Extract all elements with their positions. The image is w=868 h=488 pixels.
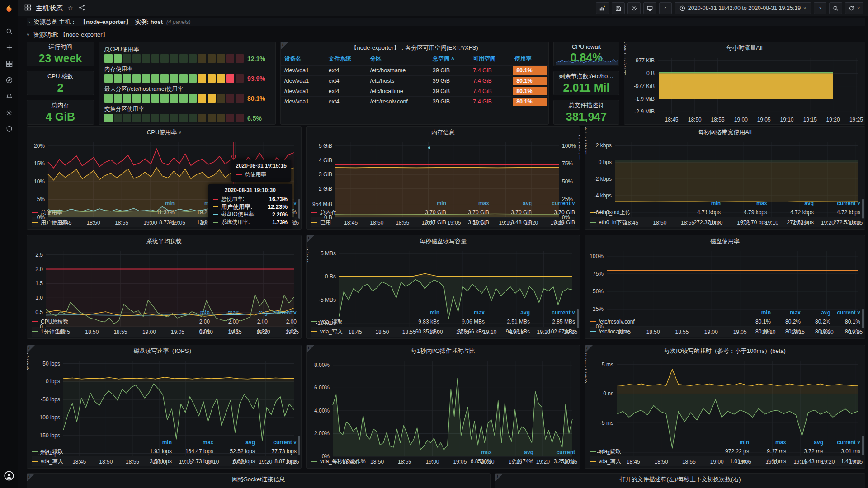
tooltip-row: 磁盘IO使用率:2.20%: [213, 211, 288, 218]
info-corner-icon[interactable]: i: [27, 345, 35, 353]
dashboard-settings-button[interactable]: [627, 2, 641, 14]
server-admin-shield-icon[interactable]: [6, 126, 13, 134]
info-corner-icon[interactable]: i: [307, 345, 314, 353]
add-panel-button[interactable]: [596, 2, 609, 14]
chart-plot[interactable]: 18:4518:5018:5519:0019:0519:1019:1519:20…: [624, 53, 865, 124]
dashboard-title[interactable]: 主机状态: [36, 4, 63, 13]
row-overview-collapsed[interactable]: › 资源总览 主机： 【node-exporter】 实例: host (4 p…: [27, 18, 865, 26]
svg-text:2.0: 2.0: [35, 266, 43, 272]
svg-text:0.5: 0.5: [35, 309, 43, 315]
chart-plot[interactable]: 18:4518:5018:5519:0019:0519:1019:1519:20…: [27, 247, 301, 309]
legend-scrollbar[interactable]: [862, 199, 864, 219]
panel-file-descriptors[interactable]: 总文件描述符 381,947: [553, 100, 619, 125]
svg-text:19:25: 19:25: [564, 329, 577, 335]
zoom-out-button[interactable]: [829, 2, 842, 14]
chart-plot[interactable]: 18:4518:5018:5519:0019:0519:1019:1519:20…: [307, 138, 580, 199]
legend-scrollbar[interactable]: [577, 309, 579, 328]
info-corner-icon[interactable]: i: [27, 474, 35, 481]
table-cell: 39 GiB: [429, 86, 470, 97]
panel-cpu-cores[interactable]: CPU 核数 2: [27, 71, 94, 96]
chart-plot[interactable]: 2020-08-31 19:15:15 总使用率 2020-08-31 19:1…: [27, 138, 301, 199]
svg-text:19:05: 19:05: [447, 220, 461, 226]
share-icon[interactable]: [79, 5, 85, 12]
chart-plot[interactable]: 18:4518:5018:5519:0019:0519:1019:1519:20…: [585, 247, 865, 309]
panel-title[interactable]: 每小时流量All: [624, 42, 865, 53]
legend-scrollbar[interactable]: [862, 436, 864, 455]
panel-title[interactable]: 系统平均负载: [27, 235, 301, 247]
search-icon[interactable]: [6, 28, 13, 37]
dashboards-icon[interactable]: [6, 61, 13, 69]
panel-title[interactable]: 内存信息: [307, 127, 580, 138]
table-header-5[interactable]: 使用率: [511, 53, 548, 65]
panel-free-nodes[interactable]: 剩余节点数:/etc/ho… 2.011 Mil: [553, 71, 619, 96]
table-header-3[interactable]: 总空间 ˄: [429, 53, 470, 65]
sidebar: [0, 0, 18, 488]
table-header-0[interactable]: 设备名: [281, 53, 325, 65]
panel-title[interactable]: 每秒磁盘读写容量: [307, 235, 580, 247]
svg-text:2 GiB: 2 GiB: [319, 186, 332, 192]
time-back-button[interactable]: ‹: [659, 2, 672, 14]
refresh-button[interactable]: ˅: [845, 2, 863, 14]
grafana-logo-icon[interactable]: [3, 4, 15, 15]
svg-text:-2 kbps: -2 kbps: [594, 176, 612, 182]
svg-text:19:00: 19:00: [143, 220, 157, 226]
chart-plot[interactable]: 18:4518:5018:5519:0019:0519:1019:1519:20…: [307, 247, 580, 309]
legend-scrollbar[interactable]: [298, 199, 300, 219]
row-detail-header[interactable]: ˅ 资源明细: 【node-exporter】: [27, 30, 865, 40]
panel-title[interactable]: 打开的文件描述符(左)/每秒上下文切换次数(右): [495, 474, 865, 485]
panel-uptime[interactable]: 运行时间 23 week: [27, 42, 94, 66]
star-icon[interactable]: ☆: [67, 5, 73, 12]
add-icon[interactable]: [6, 44, 13, 53]
svg-text:19:05: 19:05: [453, 459, 467, 465]
user-avatar-icon[interactable]: [4, 471, 14, 483]
panel-total-memory[interactable]: 总内存 4 GiB: [27, 100, 94, 125]
panel-title[interactable]: 每次IO读写的耗时（参考：小于100ms）(beta): [585, 345, 865, 357]
svg-text:19:10: 19:10: [780, 117, 794, 123]
info-corner-icon[interactable]: i: [281, 42, 288, 50]
time-range-picker[interactable]: 2020-08-31 18:42:00 to 2020-08-31 19:25:…: [675, 2, 811, 14]
legend-scrollbar[interactable]: [298, 436, 300, 455]
panel-title[interactable]: 【node-exporter】：各分区可用空间(EXT.*/XFS): [281, 42, 548, 53]
panel-title[interactable]: 磁盘使用率: [585, 235, 865, 247]
svg-text:977 KiB: 977 KiB: [636, 57, 655, 64]
info-corner-icon[interactable]: i: [585, 345, 593, 353]
table-header-2[interactable]: 分区: [367, 53, 429, 65]
panel-title[interactable]: 每秒网络带宽使用All: [585, 127, 865, 138]
svg-text:0%: 0%: [322, 453, 330, 460]
panel-title[interactable]: 网络Socket连接信息: [27, 474, 490, 485]
chart-plot[interactable]: 18:4518:5018:5519:0019:0519:1019:1519:20…: [307, 357, 580, 448]
tv-mode-button[interactable]: [643, 2, 656, 14]
svg-text:1.0: 1.0: [35, 295, 43, 301]
svg-text:18:45: 18:45: [343, 459, 356, 465]
svg-text:-10 MBs: -10 MBs: [316, 320, 336, 326]
svg-text:-100 iops: -100 iops: [38, 414, 60, 421]
table-cell: /etc/localtime: [367, 86, 429, 97]
info-corner-icon[interactable]: i: [495, 474, 503, 481]
svg-text:19:25: 19:25: [849, 117, 863, 123]
chart-plot[interactable]: 18:4518:5018:5519:0019:0519:1019:1519:20…: [585, 138, 865, 199]
table-header-1[interactable]: 文件系统: [325, 53, 367, 65]
save-dashboard-button[interactable]: [612, 2, 625, 14]
svg-text:19:15: 19:15: [510, 329, 524, 335]
table-header-4[interactable]: 可用空间: [469, 53, 511, 65]
svg-text:-4 kbps: -4 kbps: [594, 192, 612, 199]
y-axis-label: 上传(-) / 下载(+): [585, 126, 588, 155]
panel-title[interactable]: 磁盘读写速率（IOPS）: [27, 345, 301, 357]
explore-compass-icon[interactable]: [6, 77, 13, 85]
table-cell: 7.4 GiB: [469, 97, 511, 107]
info-corner-icon[interactable]: i: [307, 235, 314, 243]
alerting-bell-icon[interactable]: [6, 93, 13, 102]
svg-text:19:10: 19:10: [765, 459, 779, 465]
svg-text:18:55: 18:55: [682, 459, 696, 465]
time-forward-button[interactable]: ›: [814, 2, 826, 14]
chart-plot[interactable]: 18:4518:5018:5519:0019:0519:1019:1519:20…: [585, 357, 865, 438]
panel-title[interactable]: 每1秒内I/O操作耗时占比: [307, 345, 580, 357]
chart-plot[interactable]: 18:4518:5018:5519:0019:0519:1019:1519:20…: [27, 357, 301, 438]
legend-scrollbar[interactable]: [862, 309, 864, 328]
svg-text:19:25: 19:25: [285, 329, 299, 335]
configuration-gear-icon[interactable]: [6, 109, 13, 118]
panel-cpu-iowait[interactable]: CPU iowait 0.84%: [553, 42, 619, 66]
panel-title[interactable]: CPU使用率˅: [27, 127, 301, 138]
svg-text:-150 iops: -150 iops: [38, 432, 60, 439]
table-cell: 39 GiB: [429, 76, 470, 86]
